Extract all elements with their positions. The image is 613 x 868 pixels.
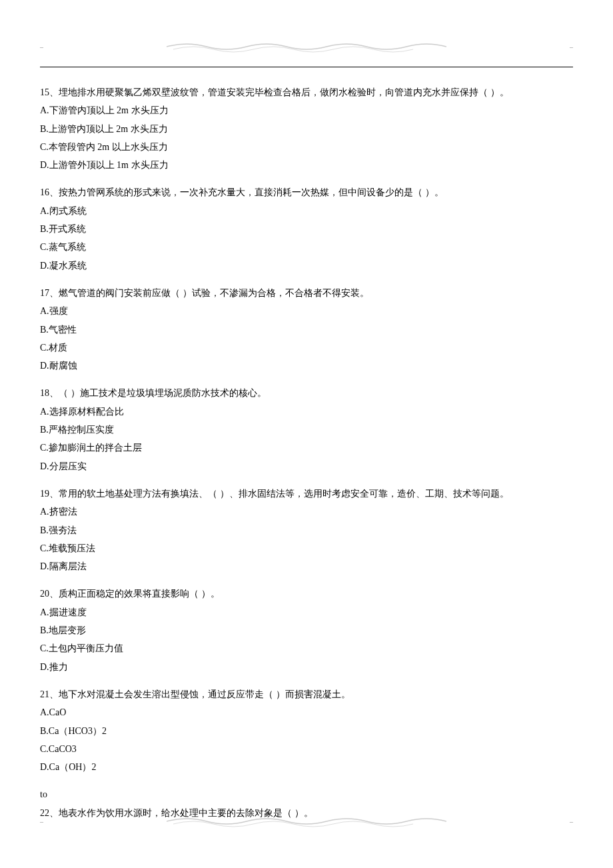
header-right-mark: – [570, 43, 573, 51]
question-option: C.掺加膨润土的拌合土层 [40, 439, 573, 457]
question-option: C.本管段管内 2m 以上水头压力 [40, 138, 573, 156]
question-option: D.分层压实 [40, 457, 573, 475]
footer-wave-icon [167, 815, 446, 828]
question-stem: 19、常用的软土地基处理方法有换填法、（ ）、排水固结法等，选用时考虑安全可靠，… [40, 485, 573, 503]
question-20: 20、质构正面稳定的效果将直接影响（ ）。 A.掘进速度 B.地层变形 C.土包… [40, 585, 573, 675]
question-option: A.下游管内顶以上 2m 水头压力 [40, 101, 573, 119]
question-option: B.地层变形 [40, 621, 573, 639]
footer-left-mark: – [40, 818, 43, 825]
question-option: B.严格控制压实度 [40, 421, 573, 439]
question-option: B.强夯法 [40, 521, 573, 539]
question-option: D.推力 [40, 658, 573, 676]
question-18: 18、（ ）施工技术是垃圾填埋场泥质防水技术的核心。 A.选择原材料配合比 B.… [40, 384, 573, 475]
footer-right-mark: – [570, 818, 573, 825]
question-option: C.堆载预压法 [40, 539, 573, 557]
header-wave-icon [167, 40, 446, 53]
question-option: C.蒸气系统 [40, 238, 573, 256]
question-option: D.Ca（OH）2 [40, 758, 573, 776]
question-option: A.强度 [40, 302, 573, 320]
question-option: D.凝水系统 [40, 257, 573, 275]
question-option: C.CaCO3 [40, 740, 573, 758]
question-option: D.耐腐蚀 [40, 357, 573, 375]
page-body: 15、埋地排水用硬聚氯乙烯双壁波纹管，管道安装完毕检查合格后，做闭水检验时，向管… [0, 0, 613, 858]
header-rule [40, 67, 573, 67]
question-option: C.土包内平衡压力值 [40, 639, 573, 657]
question-option: B.气密性 [40, 321, 573, 339]
question-16: 16、按热力管网系统的形式来说，一次补充水量大，直接消耗一次热媒，但中间设备少的… [40, 183, 573, 274]
question-list: 15、埋地排水用硬聚氯乙烯双壁波纹管，管道安装完毕检查合格后，做闭水检验时，向管… [40, 83, 573, 822]
question-stem: 16、按热力管网系统的形式来说，一次补充水量大，直接消耗一次热媒，但中间设备少的… [40, 183, 573, 201]
footer-decoration: – – [40, 811, 573, 831]
question-option: D.隔离层法 [40, 557, 573, 575]
question-21: 21、地下水对混凝土会发生溶出型侵蚀，通过反应带走（ ）而损害混凝土。 A.Ca… [40, 685, 573, 776]
question-option: B.Ca（HCO3）2 [40, 722, 573, 740]
question-19: 19、常用的软土地基处理方法有换填法、（ ）、排水固结法等，选用时考虑安全可靠，… [40, 485, 573, 575]
question-stem: 20、质构正面稳定的效果将直接影响（ ）。 [40, 585, 573, 603]
header-decoration: – – [40, 37, 573, 57]
question-option: B.开式系统 [40, 220, 573, 238]
question-option: A.闭式系统 [40, 202, 573, 220]
question-option: A.选择原材料配合比 [40, 403, 573, 421]
header-left-mark: – [40, 43, 43, 51]
question-15: 15、埋地排水用硬聚氯乙烯双壁波纹管，管道安装完毕检查合格后，做闭水检验时，向管… [40, 83, 573, 174]
question-option: A.CaO [40, 703, 573, 721]
question-stem: 21、地下水对混凝土会发生溶出型侵蚀，通过反应带走（ ）而损害混凝土。 [40, 685, 573, 703]
question-option: B.上游管内顶以上 2m 水头压力 [40, 120, 573, 138]
question-option: A.挤密法 [40, 503, 573, 521]
question-stem: 18、（ ）施工技术是垃圾填埋场泥质防水技术的核心。 [40, 384, 573, 402]
question-17: 17、燃气管道的阀门安装前应做（ ）试验，不渗漏为合格，不合格者不得安装。 A.… [40, 284, 573, 375]
question-stem: 15、埋地排水用硬聚氯乙烯双壁波纹管，管道安装完毕检查合格后，做闭水检验时，向管… [40, 83, 573, 101]
question-stem: 17、燃气管道的阀门安装前应做（ ）试验，不渗漏为合格，不合格者不得安装。 [40, 284, 573, 302]
question-option: D.上游管外顶以上 1m 水头压力 [40, 156, 573, 174]
question-option: A.掘进速度 [40, 603, 573, 621]
question-option: C.材质 [40, 339, 573, 357]
